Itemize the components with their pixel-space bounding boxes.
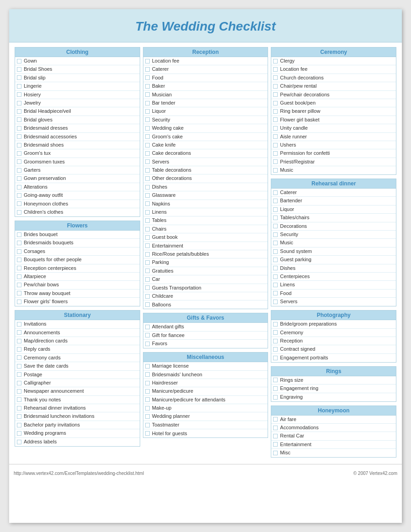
checkbox-icon[interactable] (145, 260, 150, 265)
checkbox-icon[interactable] (17, 330, 21, 335)
checkbox-icon[interactable] (273, 417, 278, 421)
list-item[interactable]: Servers (271, 298, 396, 306)
list-item[interactable]: Make-up (143, 404, 268, 412)
checkbox-icon[interactable] (273, 151, 278, 156)
checkbox-icon[interactable] (273, 207, 278, 212)
list-item[interactable]: Bridesmaid accessories (15, 133, 140, 141)
list-item[interactable]: Bridal gloves (15, 116, 140, 124)
list-item[interactable]: Flower girls' flowers (15, 298, 140, 306)
checkbox-icon[interactable] (17, 168, 21, 173)
checkbox-icon[interactable] (17, 210, 21, 215)
checkbox-icon[interactable] (145, 201, 150, 206)
checkbox-icon[interactable] (17, 117, 21, 122)
list-item[interactable]: Decorations (271, 222, 396, 231)
checkbox-icon[interactable] (273, 426, 278, 430)
checkbox-icon[interactable] (273, 434, 278, 438)
checkbox-icon[interactable] (17, 440, 21, 444)
list-item[interactable]: Engraving (271, 393, 396, 401)
checkbox-icon[interactable] (17, 347, 21, 352)
checkbox-icon[interactable] (273, 347, 278, 352)
checkbox-icon[interactable] (273, 134, 278, 139)
list-item[interactable]: Entertainment (143, 242, 268, 250)
checkbox-icon[interactable] (17, 232, 21, 237)
list-item[interactable]: Bridal Headpiece/veil (15, 107, 140, 116)
list-item[interactable]: Hairdresser (143, 379, 268, 387)
checkbox-icon[interactable] (145, 333, 150, 337)
list-item[interactable]: Corsages (15, 248, 140, 256)
list-item[interactable]: Guest book (143, 233, 268, 242)
checkbox-icon[interactable] (273, 92, 278, 97)
list-item[interactable]: Rice/Rose petals/bubbles (143, 250, 268, 258)
checkbox-icon[interactable] (17, 151, 21, 156)
list-item[interactable]: Announcements (15, 329, 140, 337)
checkbox-icon[interactable] (145, 193, 150, 198)
checkbox-icon[interactable] (17, 406, 21, 411)
list-item[interactable]: Newspaper announcement (15, 387, 140, 395)
list-item[interactable]: Guest book/pen (271, 99, 396, 107)
list-item[interactable]: Aisle runner (271, 133, 396, 141)
list-item[interactable]: Calligrapher (15, 379, 140, 387)
list-item[interactable]: Groom's tux (15, 149, 140, 158)
checkbox-icon[interactable] (273, 258, 278, 262)
checkbox-icon[interactable] (273, 339, 278, 343)
list-item[interactable]: Rehearsal dinner invitations (15, 404, 140, 412)
list-item[interactable]: Liquor (143, 107, 268, 116)
list-item[interactable]: Bartender (271, 197, 396, 205)
checkbox-icon[interactable] (145, 168, 150, 173)
list-item[interactable]: Parking (143, 258, 268, 267)
list-item[interactable]: Bridesmaid dresses (15, 124, 140, 132)
list-item[interactable]: Reception (271, 337, 396, 345)
list-item[interactable]: Guests Transportation (143, 284, 268, 292)
checkbox-icon[interactable] (273, 75, 278, 80)
checkbox-icon[interactable] (273, 67, 278, 72)
list-item[interactable]: Reception centerpieces (15, 264, 140, 273)
checkbox-icon[interactable] (273, 59, 278, 63)
checkbox-icon[interactable] (273, 249, 278, 254)
list-item[interactable]: Gown preservation (15, 174, 140, 183)
list-item[interactable]: Groom's cake (143, 133, 268, 141)
checkbox-icon[interactable] (145, 302, 150, 307)
checkbox-icon[interactable] (145, 414, 150, 419)
list-item[interactable]: Pew/chair bows (15, 281, 140, 289)
list-item[interactable]: Altarpiece (15, 273, 140, 281)
list-item[interactable]: Napkins (143, 200, 268, 208)
list-item[interactable]: Going-away outfit (15, 191, 140, 200)
checkbox-icon[interactable] (145, 67, 150, 72)
list-item[interactable]: Accommodations (271, 424, 396, 432)
list-item[interactable]: Tables (143, 216, 268, 225)
list-item[interactable]: Garters (15, 166, 140, 174)
checkbox-icon[interactable] (145, 381, 150, 385)
list-item[interactable]: Children's clothes (15, 208, 140, 216)
list-item[interactable]: Other decorations (143, 174, 268, 183)
checkbox-icon[interactable] (17, 176, 21, 181)
checkbox-icon[interactable] (145, 159, 150, 164)
checkbox-icon[interactable] (273, 232, 278, 237)
checkbox-icon[interactable] (145, 151, 150, 156)
checkbox-icon[interactable] (17, 381, 21, 385)
list-item[interactable]: Cake knife (143, 141, 268, 149)
checkbox-icon[interactable] (17, 364, 21, 369)
checkbox-icon[interactable] (17, 423, 21, 427)
list-item[interactable]: Ceremony (271, 329, 396, 337)
checkbox-icon[interactable] (17, 389, 21, 394)
checkbox-icon[interactable] (145, 364, 150, 369)
list-item[interactable]: Favors (143, 340, 268, 348)
list-item[interactable]: Bachelor party invitations (15, 421, 140, 429)
list-item[interactable]: Balloons (143, 300, 268, 309)
checkbox-icon[interactable] (273, 322, 278, 327)
list-item[interactable]: Music (271, 166, 396, 174)
checkbox-icon[interactable] (17, 431, 21, 436)
checkbox-icon[interactable] (17, 109, 21, 114)
checkbox-icon[interactable] (17, 159, 21, 164)
checkbox-icon[interactable] (273, 143, 278, 147)
checkbox-icon[interactable] (17, 101, 21, 105)
checkbox-icon[interactable] (145, 143, 150, 147)
checkbox-icon[interactable] (273, 442, 278, 447)
list-item[interactable]: Hosiery (15, 91, 140, 99)
checkbox-icon[interactable] (273, 241, 278, 245)
checkbox-icon[interactable] (273, 274, 278, 279)
list-item[interactable]: Invitations (15, 320, 140, 328)
list-item[interactable]: Postage (15, 371, 140, 379)
list-item[interactable]: Centerpieces (271, 273, 396, 281)
checkbox-icon[interactable] (17, 249, 21, 254)
